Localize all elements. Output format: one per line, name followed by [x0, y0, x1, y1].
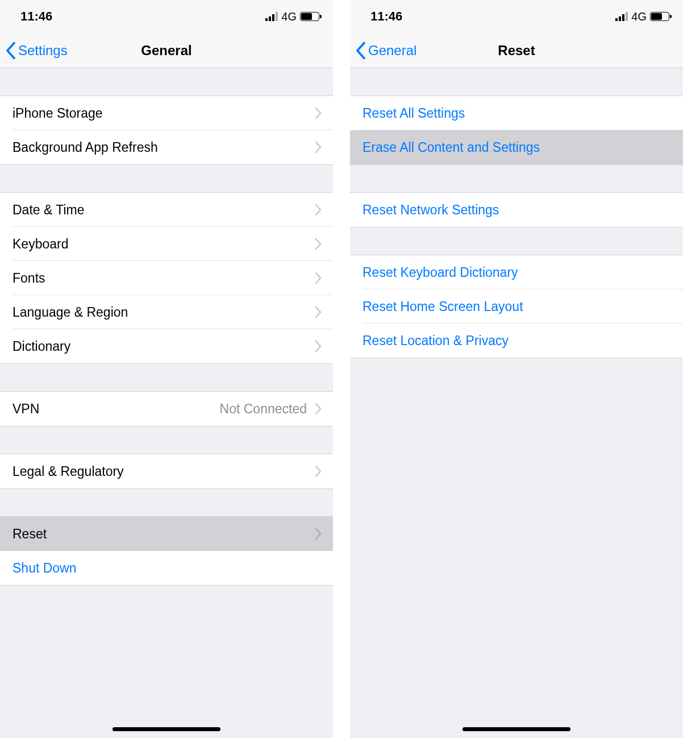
- general-settings-screen: 11:46 4G Settings General iPhone Storage…: [0, 0, 350, 738]
- group-reset: Reset Shut Down: [0, 516, 333, 586]
- chevron-left-icon: [356, 42, 366, 59]
- row-label: Reset: [13, 526, 47, 542]
- row-reset[interactable]: Reset: [0, 517, 333, 551]
- group-storage: iPhone Storage Background App Refresh: [0, 96, 333, 165]
- row-label: Background App Refresh: [13, 140, 158, 155]
- battery-icon: [300, 12, 319, 21]
- network-label: 4G: [631, 10, 647, 23]
- row-label: Legal & Regulatory: [13, 464, 124, 479]
- back-button[interactable]: Settings: [6, 42, 68, 59]
- chevron-right-icon: [315, 204, 322, 215]
- chevron-right-icon: [315, 238, 322, 250]
- content: Reset All Settings Erase All Content and…: [350, 68, 683, 738]
- chevron-right-icon: [315, 528, 322, 540]
- row-reset-home-screen[interactable]: Reset Home Screen Layout: [350, 289, 683, 324]
- row-label: Dictionary: [13, 339, 70, 354]
- network-label: 4G: [281, 10, 297, 23]
- row-trail: Not Connected: [220, 401, 322, 417]
- row-vpn[interactable]: VPN Not Connected: [0, 392, 333, 426]
- group-reset-main: Reset All Settings Erase All Content and…: [350, 96, 683, 165]
- row-label: iPhone Storage: [13, 106, 103, 121]
- battery-icon: [650, 12, 669, 21]
- nav-bar: General Reset: [350, 33, 683, 68]
- back-label: General: [368, 43, 416, 59]
- status-time: 11:46: [370, 9, 402, 24]
- row-label: Reset All Settings: [363, 106, 465, 121]
- status-bar: 11:46 4G: [0, 0, 333, 33]
- cellular-signal-icon: [615, 12, 628, 21]
- row-label: Erase All Content and Settings: [363, 140, 540, 155]
- row-label: VPN: [13, 401, 39, 417]
- chevron-right-icon: [315, 142, 322, 153]
- chevron-left-icon: [6, 42, 16, 59]
- row-label: Fonts: [13, 271, 45, 286]
- group-reset-network: Reset Network Settings: [350, 192, 683, 227]
- row-erase-all-content[interactable]: Erase All Content and Settings: [350, 130, 683, 164]
- cellular-signal-icon: [265, 12, 278, 21]
- status-time: 11:46: [20, 9, 52, 24]
- row-dictionary[interactable]: Dictionary: [0, 329, 333, 363]
- group-locale: Date & Time Keyboard Fonts Language & Re…: [0, 192, 333, 364]
- home-indicator[interactable]: [113, 727, 220, 731]
- row-reset-all-settings[interactable]: Reset All Settings: [350, 96, 683, 130]
- row-language-region[interactable]: Language & Region: [0, 295, 333, 329]
- row-reset-location-privacy[interactable]: Reset Location & Privacy: [350, 324, 683, 358]
- status-right: 4G: [265, 10, 319, 23]
- row-label: Shut Down: [13, 561, 77, 576]
- row-label: Reset Keyboard Dictionary: [363, 265, 518, 280]
- group-reset-misc: Reset Keyboard Dictionary Reset Home Scr…: [350, 255, 683, 358]
- nav-bar: Settings General: [0, 33, 333, 68]
- chevron-right-icon: [315, 272, 322, 284]
- row-date-time[interactable]: Date & Time: [0, 193, 333, 227]
- home-indicator[interactable]: [463, 727, 570, 731]
- row-label: Language & Region: [13, 305, 128, 320]
- row-background-app-refresh[interactable]: Background App Refresh: [0, 130, 333, 164]
- row-reset-network-settings[interactable]: Reset Network Settings: [350, 193, 683, 227]
- row-iphone-storage[interactable]: iPhone Storage: [0, 96, 333, 130]
- row-fonts[interactable]: Fonts: [0, 261, 333, 295]
- chevron-right-icon: [315, 403, 322, 414]
- vpn-status: Not Connected: [220, 401, 307, 417]
- row-label: Keyboard: [13, 237, 68, 252]
- status-bar: 11:46 4G: [350, 0, 683, 33]
- group-vpn: VPN Not Connected: [0, 391, 333, 426]
- row-keyboard[interactable]: Keyboard: [0, 227, 333, 261]
- back-button[interactable]: General: [356, 42, 416, 59]
- chevron-right-icon: [315, 306, 322, 318]
- status-right: 4G: [615, 10, 669, 23]
- chevron-right-icon: [315, 107, 322, 119]
- row-legal[interactable]: Legal & Regulatory: [0, 454, 333, 488]
- row-reset-keyboard-dictionary[interactable]: Reset Keyboard Dictionary: [350, 255, 683, 289]
- row-label: Date & Time: [13, 202, 85, 218]
- chevron-right-icon: [315, 466, 322, 477]
- group-legal: Legal & Regulatory: [0, 454, 333, 489]
- row-shut-down[interactable]: Shut Down: [0, 551, 333, 585]
- chevron-right-icon: [315, 341, 322, 352]
- row-label: Reset Network Settings: [363, 202, 499, 218]
- content: iPhone Storage Background App Refresh Da…: [0, 68, 333, 738]
- row-label: Reset Location & Privacy: [363, 333, 509, 349]
- row-label: Reset Home Screen Layout: [363, 299, 523, 314]
- back-label: Settings: [18, 43, 68, 59]
- reset-screen: 11:46 4G General Reset Reset All Setting…: [350, 0, 700, 738]
